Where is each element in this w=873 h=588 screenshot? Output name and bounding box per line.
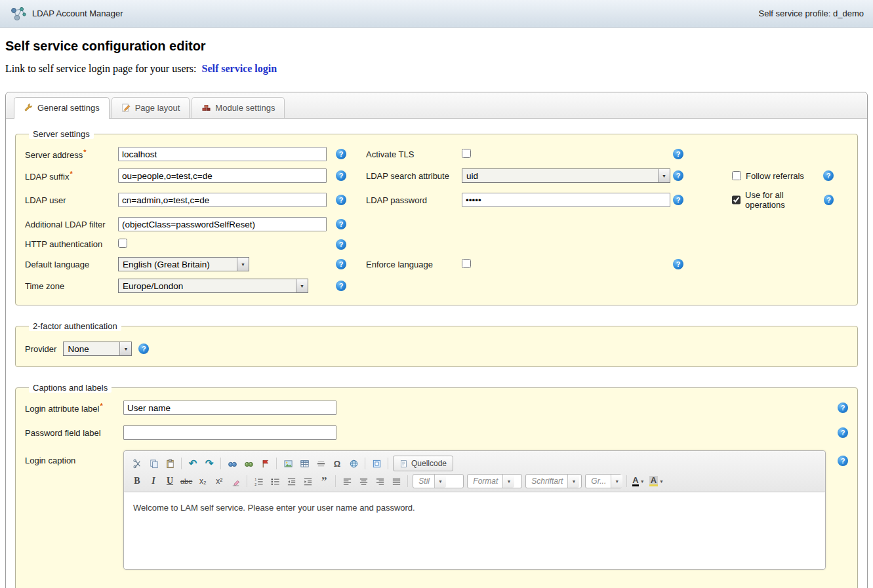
http-authentication-checkbox[interactable] [118, 239, 127, 248]
help-icon[interactable]: ? [336, 281, 346, 291]
spellcheck-button[interactable] [257, 456, 273, 471]
help-icon[interactable]: ? [838, 456, 848, 466]
align-justify-button[interactable] [388, 474, 404, 488]
redo-button[interactable]: ↷ [201, 456, 217, 471]
help-icon[interactable]: ? [336, 170, 346, 181]
tab-general-settings[interactable]: General settings [14, 97, 110, 119]
select-value: None [64, 344, 119, 354]
iframe-button[interactable] [346, 456, 361, 471]
provider-select[interactable]: None ▼ [63, 342, 132, 356]
ldap-user-input[interactable] [118, 193, 327, 207]
tab-module-settings[interactable]: Module settings [192, 97, 285, 118]
remove-format-button[interactable] [228, 474, 243, 488]
outdent-button[interactable] [283, 474, 299, 488]
format-dropdown[interactable]: Format ▼ [467, 474, 522, 488]
styles-dropdown[interactable]: Stil ▼ [413, 474, 464, 488]
paste-button[interactable] [162, 456, 178, 471]
default-language-select[interactable]: English (Great Britain) ▼ [118, 257, 249, 271]
cut-button[interactable] [129, 456, 145, 471]
quote-icon: ” [321, 478, 327, 484]
help-icon[interactable]: ? [336, 195, 346, 205]
use-for-all-operations-checkbox[interactable] [732, 195, 741, 205]
required-marker: * [70, 170, 72, 178]
toolbar-separator [247, 475, 247, 487]
bulleted-list-button[interactable] [267, 474, 283, 488]
help-icon[interactable]: ? [838, 402, 848, 413]
help-icon[interactable]: ? [673, 195, 683, 205]
align-right-button[interactable] [372, 474, 388, 488]
horizontal-rule-button[interactable] [313, 456, 329, 471]
align-center-button[interactable] [355, 474, 371, 488]
font-size-dropdown-label: Gr... [591, 477, 606, 486]
dropdown-arrow-icon: ▼ [659, 479, 664, 484]
additional-ldap-filter-input[interactable] [118, 217, 327, 231]
help-icon[interactable]: ? [673, 259, 683, 269]
form-row: Additional LDAP filter ? [25, 217, 848, 231]
help-icon[interactable]: ? [336, 259, 346, 269]
page-title: Self service configuration editor [5, 39, 873, 54]
replace-button[interactable] [241, 456, 256, 471]
underline-button[interactable]: U [162, 474, 178, 488]
copy-button[interactable] [146, 456, 161, 471]
profile-label: Self service profile: d_demo [759, 9, 864, 18]
source-code-button[interactable]: Quellcode [393, 456, 453, 471]
ldap-password-input[interactable] [462, 193, 670, 207]
help-icon[interactable]: ? [673, 170, 683, 181]
server-address-input[interactable] [118, 147, 327, 161]
superscript-button[interactable]: x² [211, 474, 227, 488]
table-icon [300, 459, 310, 469]
align-left-button[interactable] [339, 474, 355, 488]
help-icon[interactable]: ? [838, 427, 848, 438]
bold-button[interactable]: B [129, 474, 145, 488]
tab-page-layout[interactable]: Page layout [112, 97, 190, 118]
ldap-search-attribute-select[interactable]: uid ▼ [462, 168, 670, 183]
toolbar-separator [220, 458, 221, 469]
ldap-suffix-input[interactable] [118, 168, 327, 183]
blockquote-button[interactable]: ” [316, 474, 332, 488]
font-dropdown-label: Schriftart [531, 477, 563, 486]
insert-image-button[interactable] [280, 456, 296, 471]
login-attribute-label-input[interactable] [123, 401, 336, 415]
help-icon[interactable]: ? [336, 239, 346, 250]
two-factor-legend: 2-factor authentication [29, 321, 121, 331]
form-row: Password field label ? [25, 425, 848, 440]
italic-button[interactable]: I [146, 474, 161, 488]
help-icon[interactable]: ? [138, 343, 149, 354]
special-character-button[interactable]: Ω [329, 456, 345, 471]
background-color-button[interactable]: A ▼ [647, 474, 666, 488]
password-field-label-input[interactable] [123, 425, 336, 440]
toolbar-separator [335, 475, 336, 487]
text-color-button[interactable]: A ▼ [630, 474, 646, 488]
maximize-button[interactable] [369, 456, 384, 471]
help-icon[interactable]: ? [824, 195, 834, 205]
ldap-password-label: LDAP password [366, 195, 462, 205]
select-value: Europe/London [119, 281, 296, 291]
ldap-search-attribute-label: LDAP search attribute [366, 171, 462, 181]
follow-referrals-checkbox[interactable] [732, 171, 741, 180]
insert-table-button[interactable] [296, 456, 312, 471]
undo-button[interactable]: ↶ [185, 456, 201, 471]
enforce-language-label: Enforce language [366, 260, 462, 269]
activate-tls-checkbox[interactable] [462, 149, 471, 158]
modules-bricks-icon [201, 103, 211, 113]
editor-toolbar-row-1: ↶ ↷ Ω [129, 454, 820, 473]
align-justify-icon [392, 477, 401, 486]
help-icon[interactable]: ? [823, 170, 834, 181]
numbered-list-button[interactable]: 12 [251, 474, 266, 488]
subscript-button[interactable]: x₂ [195, 474, 211, 488]
help-icon[interactable]: ? [336, 219, 346, 229]
time-zone-select[interactable]: Europe/London ▼ [118, 279, 308, 293]
replace-binoculars-icon [244, 459, 254, 469]
indent-button[interactable] [300, 474, 315, 488]
find-button[interactable] [224, 456, 240, 471]
help-icon[interactable]: ? [336, 149, 346, 159]
dropdown-arrow-icon: ▼ [237, 258, 249, 271]
enforce-language-checkbox[interactable] [462, 259, 471, 268]
strikethrough-button[interactable]: abe [178, 474, 194, 488]
font-size-dropdown[interactable]: Gr... ▼ [585, 474, 622, 488]
editor-content[interactable]: Welcome to LAM self service. Please ente… [124, 492, 825, 569]
self-service-login-link[interactable]: Self service login [201, 63, 277, 74]
editor-toolbar-row-2: B I U abe x₂ x² 12 ” [129, 473, 820, 490]
font-dropdown[interactable]: Schriftart ▼ [525, 474, 582, 488]
help-icon[interactable]: ? [673, 149, 683, 159]
